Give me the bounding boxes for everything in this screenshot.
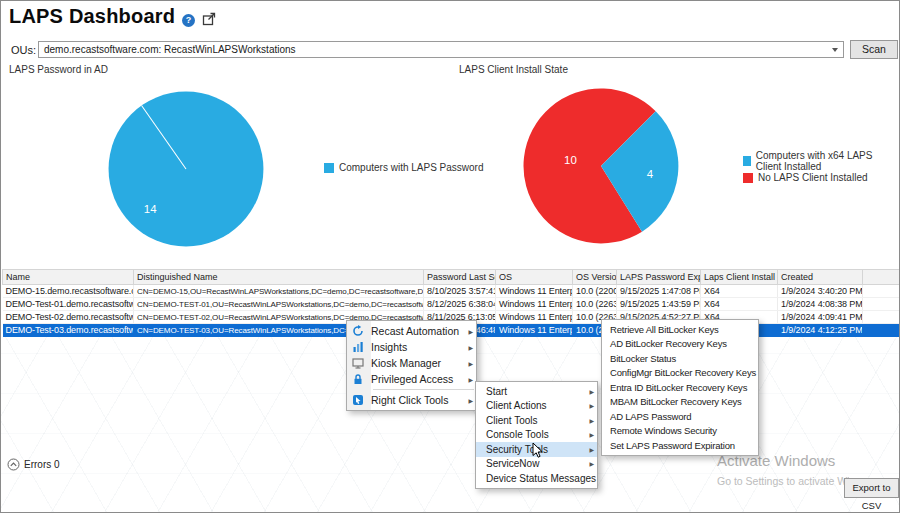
menu-item-label: Right Click Tools <box>371 394 448 406</box>
column-header-name[interactable]: Name <box>3 270 134 285</box>
table-cell: DEMO-Test-02.demo.recastsoftware.com <box>3 311 134 324</box>
table-cell: 9/15/2025 1:47:08 PM <box>617 285 701 298</box>
chart-title-laps-password: LAPS Password in AD <box>9 64 108 75</box>
legend-label: Computers with x64 LAPS Client Installed <box>756 150 899 172</box>
export-to-csv-button[interactable]: Export to CSV <box>844 478 899 498</box>
context-menu-main: Recast Automation ▶ Insights ▶ Kiosk Man… <box>346 320 477 411</box>
column-header-filler <box>863 270 900 285</box>
page-title: LAPS Dashboard <box>9 5 175 28</box>
menu-item-right-click-tools[interactable]: Right Click Tools ▶ <box>347 392 476 408</box>
menu-item-kiosk-manager[interactable]: Kiosk Manager ▶ <box>347 355 476 371</box>
table-cell: DEMO-Test-03.demo.recastsoftware.com <box>3 324 134 337</box>
pie-chart-laps-password: 14 <box>98 81 274 257</box>
legend-label: Computers with LAPS Password <box>339 162 484 173</box>
popout-icon[interactable] <box>201 11 217 27</box>
submenu-arrow-icon: ▶ <box>589 446 594 453</box>
menu-item-recast-automation[interactable]: Recast Automation ▶ <box>347 323 476 339</box>
table-cell: 8/12/2025 6:38:04 PM <box>424 298 496 311</box>
laps-dashboard-window: LAPS Dashboard ? OUs: demo.recastsoftwar… <box>0 0 900 513</box>
legend-swatch-blue <box>743 156 751 166</box>
menu-item-insights[interactable]: Insights ▶ <box>347 339 476 355</box>
activate-windows-watermark-subtext: Go to Settings to activate Wind <box>717 475 849 487</box>
table-cell: DEMO-15.demo.recastsoftware.com <box>3 285 134 298</box>
table-cell: X64 <box>701 285 778 298</box>
column-header-password-last-set[interactable]: Password Last Set <box>424 270 496 285</box>
menu-item-mbam-bitlocker-recovery-keys[interactable]: MBAM BitLocker Recovery Keys <box>602 395 758 410</box>
table-cell: 9/15/2025 1:43:59 PM <box>617 298 701 311</box>
pie-chart-client-install: 10 4 <box>513 78 689 254</box>
table-cell: 1/9/2024 4:09:41 PM <box>778 311 863 324</box>
table-cell: Windows 11 Enterprise <box>496 298 573 311</box>
table-cell-filler <box>863 298 900 311</box>
menu-item-ad-bitlocker-recovery-keys[interactable]: AD BitLocker Recovery Keys <box>602 337 758 352</box>
submenu-arrow-icon: ▶ <box>468 328 473 335</box>
submenu-arrow-icon: ▶ <box>589 388 594 395</box>
ou-select-value: demo.recastsoftware.com: RecastWinLAPSWo… <box>44 44 296 55</box>
column-header-laps-password-expiration[interactable]: LAPS Password Expiration <box>617 270 701 285</box>
ou-select[interactable]: demo.recastsoftware.com: RecastWinLAPSWo… <box>38 41 844 58</box>
menu-item-start[interactable]: Start ▶ <box>476 384 597 399</box>
table-row[interactable]: DEMO-15.demo.recastsoftware.com CN=DEMO-… <box>3 285 900 298</box>
submenu-arrow-icon: ▶ <box>589 431 594 438</box>
menu-item-retrieve-all-bitlocker-keys[interactable]: Retrieve All BitLocker Keys <box>602 322 758 337</box>
submenu-arrow-icon: ▶ <box>589 402 594 409</box>
submenu-arrow-icon: ▶ <box>468 344 473 351</box>
privileged-access-icon <box>350 373 366 385</box>
table-cell: CN=DEMO-TEST-01,OU=RecastWinLAPSWorkstat… <box>134 298 424 311</box>
table-cell: 10.0 (22631) <box>573 298 617 311</box>
menu-item-console-tools[interactable]: Console Tools ▶ <box>476 428 597 443</box>
menu-separator <box>373 389 474 390</box>
menu-item-label: Recast Automation <box>371 325 459 337</box>
table-cell: 8/10/2025 3:57:41 AM <box>424 285 496 298</box>
legend-laps-password: Computers with LAPS Password <box>324 162 484 173</box>
menu-item-ad-laps-password[interactable]: AD LAPS Password <box>602 409 758 424</box>
pie-value-label-x64: 4 <box>647 168 654 180</box>
menu-item-client-actions[interactable]: Client Actions ▶ <box>476 399 597 414</box>
table-cell: Windows 11 Enterprise <box>496 285 573 298</box>
column-header-os[interactable]: OS <box>496 270 573 285</box>
column-header-os-version[interactable]: OS Version <box>573 270 617 285</box>
legend-no-client: No LAPS Client Installed <box>743 172 868 183</box>
submenu-right-click-tools: Start ▶ Client Actions ▶ Client Tools ▶ … <box>475 381 598 489</box>
menu-item-device-status-messages[interactable]: Device Status Messages <box>476 471 597 486</box>
table-cell: 1/9/2024 4:12:25 PM <box>778 324 863 337</box>
submenu-arrow-icon: ▶ <box>589 460 594 467</box>
menu-item-configmgr-bitlocker-recovery-keys[interactable]: ConfigMgr BitLocker Recovery Keys <box>602 366 758 381</box>
column-header-laps-client-install-state[interactable]: Laps Client Install State <box>701 270 778 285</box>
help-icon[interactable]: ? <box>182 14 195 27</box>
table-cell: Windows 11 Enterprise <box>496 311 573 324</box>
legend-swatch-red <box>743 173 753 183</box>
table-cell: 10.0 (22000) <box>573 285 617 298</box>
ou-label: OUs: <box>11 44 36 56</box>
table-cell: 1/9/2024 3:40:20 PM <box>778 285 863 298</box>
submenu-arrow-icon: ▶ <box>468 360 473 367</box>
menu-item-entra-id-bitlocker-recovery-keys[interactable]: Entra ID BitLocker Recovery Keys <box>602 380 758 395</box>
table-cell: DEMO-Test-01.demo.recastsoftware.com <box>3 298 134 311</box>
scan-button[interactable]: Scan <box>850 40 898 59</box>
menu-item-label: Kiosk Manager <box>371 357 441 369</box>
menu-item-label: Privileged Access <box>371 373 453 385</box>
table-cell-filler <box>863 324 900 337</box>
kiosk-manager-icon <box>350 357 366 369</box>
submenu-arrow-icon: ▶ <box>468 397 473 404</box>
column-header-created[interactable]: Created <box>778 270 863 285</box>
menu-item-client-tools[interactable]: Client Tools ▶ <box>476 413 597 428</box>
submenu-arrow-icon: ▶ <box>468 376 473 383</box>
chart-title-client-install: LAPS Client Install State <box>459 64 568 75</box>
right-click-tools-icon <box>350 394 366 406</box>
menu-item-remote-windows-security[interactable]: Remote Windows Security <box>602 424 758 439</box>
column-header-distinguished-name[interactable]: Distinguished Name <box>134 270 424 285</box>
recast-automation-icon <box>350 325 366 337</box>
mouse-cursor <box>532 442 544 463</box>
table-cell: 1/9/2024 4:08:38 PM <box>778 298 863 311</box>
menu-item-privileged-access[interactable]: Privileged Access ▶ <box>347 371 476 387</box>
pie-value-label-no-client: 10 <box>564 154 577 166</box>
table-header-row: Name Distinguished Name Password Last Se… <box>3 270 900 285</box>
table-row[interactable]: DEMO-Test-01.demo.recastsoftware.com CN=… <box>3 298 900 311</box>
table-cell: Windows 11 Enterprise <box>496 324 573 337</box>
table-cell-filler <box>863 311 900 324</box>
menu-item-set-laps-password-expiration[interactable]: Set LAPS Password Expiration <box>602 438 758 453</box>
submenu-security-tools: Retrieve All BitLocker Keys AD BitLocker… <box>601 319 759 456</box>
menu-item-bitlocker-status[interactable]: BitLocker Status <box>602 351 758 366</box>
submenu-arrow-icon: ▶ <box>589 417 594 424</box>
